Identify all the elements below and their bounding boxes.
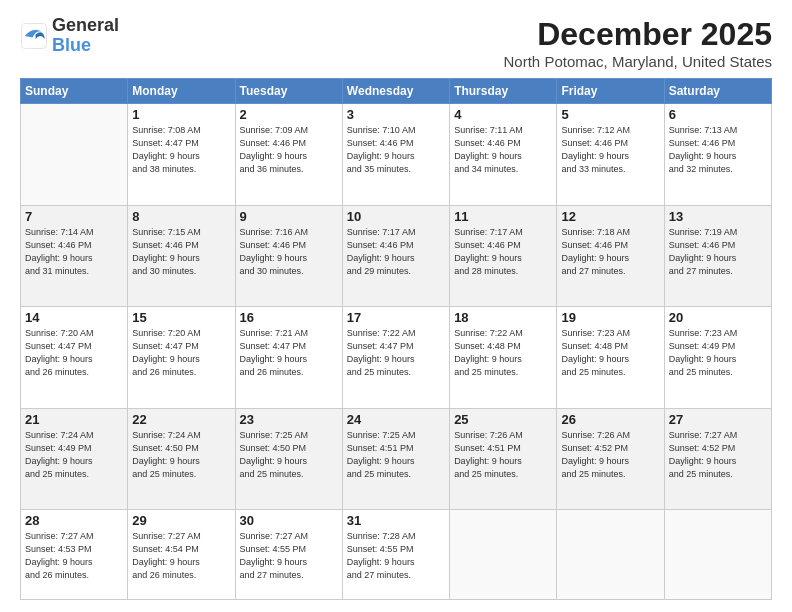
day-number: 26: [561, 412, 659, 427]
day-info: Sunrise: 7:28 AM Sunset: 4:55 PM Dayligh…: [347, 530, 445, 582]
day-info: Sunrise: 7:26 AM Sunset: 4:51 PM Dayligh…: [454, 429, 552, 481]
week-row-2: 7Sunrise: 7:14 AM Sunset: 4:46 PM Daylig…: [21, 205, 772, 307]
day-info: Sunrise: 7:24 AM Sunset: 4:50 PM Dayligh…: [132, 429, 230, 481]
calendar-header-row: SundayMondayTuesdayWednesdayThursdayFrid…: [21, 79, 772, 104]
calendar-table: SundayMondayTuesdayWednesdayThursdayFrid…: [20, 78, 772, 600]
day-info: Sunrise: 7:22 AM Sunset: 4:47 PM Dayligh…: [347, 327, 445, 379]
logo-line2: Blue: [52, 36, 119, 56]
day-info: Sunrise: 7:27 AM Sunset: 4:54 PM Dayligh…: [132, 530, 230, 582]
day-info: Sunrise: 7:10 AM Sunset: 4:46 PM Dayligh…: [347, 124, 445, 176]
day-cell: 24Sunrise: 7:25 AM Sunset: 4:51 PM Dayli…: [342, 408, 449, 510]
day-cell: 18Sunrise: 7:22 AM Sunset: 4:48 PM Dayli…: [450, 307, 557, 409]
day-cell: 1Sunrise: 7:08 AM Sunset: 4:47 PM Daylig…: [128, 104, 235, 206]
day-info: Sunrise: 7:17 AM Sunset: 4:46 PM Dayligh…: [347, 226, 445, 278]
day-info: Sunrise: 7:27 AM Sunset: 4:55 PM Dayligh…: [240, 530, 338, 582]
day-cell: 28Sunrise: 7:27 AM Sunset: 4:53 PM Dayli…: [21, 510, 128, 600]
day-number: 12: [561, 209, 659, 224]
day-info: Sunrise: 7:15 AM Sunset: 4:46 PM Dayligh…: [132, 226, 230, 278]
day-cell: 12Sunrise: 7:18 AM Sunset: 4:46 PM Dayli…: [557, 205, 664, 307]
day-number: 22: [132, 412, 230, 427]
day-cell: 7Sunrise: 7:14 AM Sunset: 4:46 PM Daylig…: [21, 205, 128, 307]
page: General Blue December 2025 North Potomac…: [0, 0, 792, 612]
day-number: 15: [132, 310, 230, 325]
title-block: December 2025 North Potomac, Maryland, U…: [504, 16, 772, 70]
day-info: Sunrise: 7:16 AM Sunset: 4:46 PM Dayligh…: [240, 226, 338, 278]
day-number: 25: [454, 412, 552, 427]
day-number: 14: [25, 310, 123, 325]
day-number: 5: [561, 107, 659, 122]
day-info: Sunrise: 7:20 AM Sunset: 4:47 PM Dayligh…: [25, 327, 123, 379]
day-info: Sunrise: 7:27 AM Sunset: 4:53 PM Dayligh…: [25, 530, 123, 582]
day-cell: 8Sunrise: 7:15 AM Sunset: 4:46 PM Daylig…: [128, 205, 235, 307]
day-info: Sunrise: 7:11 AM Sunset: 4:46 PM Dayligh…: [454, 124, 552, 176]
day-cell: 15Sunrise: 7:20 AM Sunset: 4:47 PM Dayli…: [128, 307, 235, 409]
day-number: 3: [347, 107, 445, 122]
day-number: 28: [25, 513, 123, 528]
day-cell: 29Sunrise: 7:27 AM Sunset: 4:54 PM Dayli…: [128, 510, 235, 600]
day-number: 24: [347, 412, 445, 427]
day-number: 30: [240, 513, 338, 528]
day-number: 21: [25, 412, 123, 427]
day-number: 23: [240, 412, 338, 427]
day-info: Sunrise: 7:26 AM Sunset: 4:52 PM Dayligh…: [561, 429, 659, 481]
week-row-4: 21Sunrise: 7:24 AM Sunset: 4:49 PM Dayli…: [21, 408, 772, 510]
day-number: 29: [132, 513, 230, 528]
day-number: 10: [347, 209, 445, 224]
day-number: 27: [669, 412, 767, 427]
day-number: 16: [240, 310, 338, 325]
column-header-monday: Monday: [128, 79, 235, 104]
week-row-5: 28Sunrise: 7:27 AM Sunset: 4:53 PM Dayli…: [21, 510, 772, 600]
day-cell: 2Sunrise: 7:09 AM Sunset: 4:46 PM Daylig…: [235, 104, 342, 206]
day-number: 8: [132, 209, 230, 224]
day-info: Sunrise: 7:23 AM Sunset: 4:49 PM Dayligh…: [669, 327, 767, 379]
header: General Blue December 2025 North Potomac…: [20, 16, 772, 70]
column-header-friday: Friday: [557, 79, 664, 104]
day-number: 4: [454, 107, 552, 122]
day-cell: [21, 104, 128, 206]
day-info: Sunrise: 7:18 AM Sunset: 4:46 PM Dayligh…: [561, 226, 659, 278]
logo-line1: General: [52, 16, 119, 36]
calendar-title: December 2025: [504, 16, 772, 53]
day-info: Sunrise: 7:23 AM Sunset: 4:48 PM Dayligh…: [561, 327, 659, 379]
column-header-tuesday: Tuesday: [235, 79, 342, 104]
day-cell: 4Sunrise: 7:11 AM Sunset: 4:46 PM Daylig…: [450, 104, 557, 206]
logo-text: General Blue: [52, 16, 119, 56]
column-header-thursday: Thursday: [450, 79, 557, 104]
day-info: Sunrise: 7:14 AM Sunset: 4:46 PM Dayligh…: [25, 226, 123, 278]
day-info: Sunrise: 7:25 AM Sunset: 4:50 PM Dayligh…: [240, 429, 338, 481]
day-cell: 27Sunrise: 7:27 AM Sunset: 4:52 PM Dayli…: [664, 408, 771, 510]
day-info: Sunrise: 7:27 AM Sunset: 4:52 PM Dayligh…: [669, 429, 767, 481]
day-info: Sunrise: 7:25 AM Sunset: 4:51 PM Dayligh…: [347, 429, 445, 481]
day-cell: 16Sunrise: 7:21 AM Sunset: 4:47 PM Dayli…: [235, 307, 342, 409]
week-row-1: 1Sunrise: 7:08 AM Sunset: 4:47 PM Daylig…: [21, 104, 772, 206]
day-cell: 14Sunrise: 7:20 AM Sunset: 4:47 PM Dayli…: [21, 307, 128, 409]
day-cell: 26Sunrise: 7:26 AM Sunset: 4:52 PM Dayli…: [557, 408, 664, 510]
day-number: 1: [132, 107, 230, 122]
day-cell: 9Sunrise: 7:16 AM Sunset: 4:46 PM Daylig…: [235, 205, 342, 307]
day-number: 2: [240, 107, 338, 122]
day-cell: 22Sunrise: 7:24 AM Sunset: 4:50 PM Dayli…: [128, 408, 235, 510]
day-number: 6: [669, 107, 767, 122]
day-cell: 25Sunrise: 7:26 AM Sunset: 4:51 PM Dayli…: [450, 408, 557, 510]
day-number: 7: [25, 209, 123, 224]
column-header-wednesday: Wednesday: [342, 79, 449, 104]
day-cell: 5Sunrise: 7:12 AM Sunset: 4:46 PM Daylig…: [557, 104, 664, 206]
logo: General Blue: [20, 16, 119, 56]
day-number: 19: [561, 310, 659, 325]
day-cell: [557, 510, 664, 600]
day-cell: 11Sunrise: 7:17 AM Sunset: 4:46 PM Dayli…: [450, 205, 557, 307]
day-cell: 10Sunrise: 7:17 AM Sunset: 4:46 PM Dayli…: [342, 205, 449, 307]
column-header-saturday: Saturday: [664, 79, 771, 104]
day-cell: 17Sunrise: 7:22 AM Sunset: 4:47 PM Dayli…: [342, 307, 449, 409]
day-number: 11: [454, 209, 552, 224]
day-info: Sunrise: 7:21 AM Sunset: 4:47 PM Dayligh…: [240, 327, 338, 379]
day-info: Sunrise: 7:20 AM Sunset: 4:47 PM Dayligh…: [132, 327, 230, 379]
day-cell: 30Sunrise: 7:27 AM Sunset: 4:55 PM Dayli…: [235, 510, 342, 600]
day-cell: 19Sunrise: 7:23 AM Sunset: 4:48 PM Dayli…: [557, 307, 664, 409]
day-info: Sunrise: 7:24 AM Sunset: 4:49 PM Dayligh…: [25, 429, 123, 481]
day-cell: 31Sunrise: 7:28 AM Sunset: 4:55 PM Dayli…: [342, 510, 449, 600]
day-number: 31: [347, 513, 445, 528]
day-cell: [664, 510, 771, 600]
day-number: 18: [454, 310, 552, 325]
day-number: 9: [240, 209, 338, 224]
